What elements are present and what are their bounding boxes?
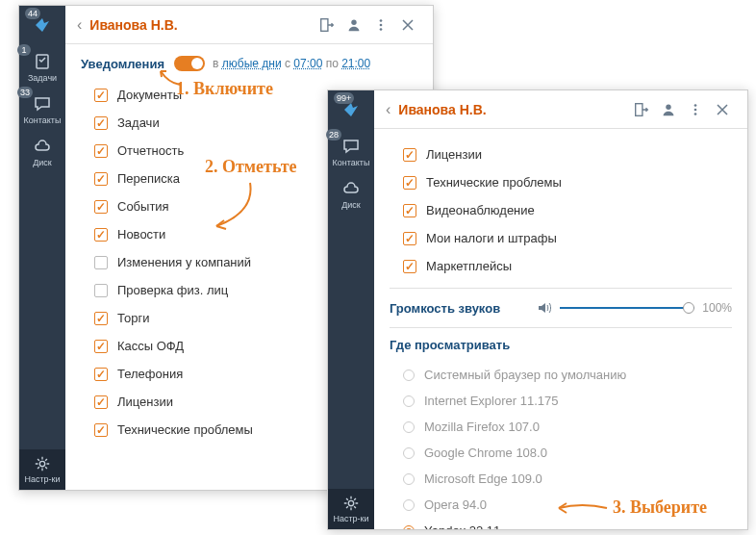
radio[interactable]: [403, 369, 415, 381]
checkbox[interactable]: [94, 172, 108, 186]
browser-option[interactable]: Системный браузер по умолчанию: [390, 362, 732, 388]
page-title: Иванова Н.В.: [89, 17, 314, 33]
browser-title: Где просматривать: [390, 338, 732, 352]
browser-option[interactable]: Microsoft Edge 109.0: [390, 466, 732, 492]
more-button[interactable]: [682, 96, 709, 123]
sidebar-item-settings[interactable]: Настр-ки: [328, 489, 374, 529]
checkbox[interactable]: [403, 232, 416, 245]
check-item[interactable]: Лицензии: [390, 140, 732, 168]
schedule-text: в любые дни с 07:00 по 21:00: [213, 57, 370, 70]
check-item[interactable]: Мои налоги и штрафы: [390, 224, 732, 252]
back-button[interactable]: ‹: [386, 101, 391, 118]
speaker-icon: [537, 300, 552, 316]
sidebar-item-contacts[interactable]: 28Контакты: [328, 131, 374, 173]
radio[interactable]: [403, 395, 415, 407]
sidebar-item-label: Диск: [33, 158, 52, 167]
sidebar-item-contacts[interactable]: 33Контакты: [19, 89, 65, 131]
checkbox[interactable]: [94, 256, 108, 269]
svg-point-1: [39, 461, 44, 466]
checkbox[interactable]: [403, 176, 416, 190]
radio[interactable]: [403, 447, 415, 459]
time-to-link[interactable]: 21:00: [341, 57, 370, 70]
logo-badge: 99+: [334, 92, 354, 104]
checkbox[interactable]: [94, 395, 108, 409]
checkbox[interactable]: [94, 340, 108, 353]
any-days-link[interactable]: любые дни: [222, 57, 282, 70]
tasks-icon: [33, 52, 52, 71]
close-button[interactable]: [709, 96, 736, 123]
browser-option[interactable]: Opera 94.0: [390, 492, 732, 518]
sidebar-item-disk[interactable]: Диск: [19, 131, 65, 173]
svg-point-12: [694, 113, 697, 115]
radio[interactable]: [403, 525, 415, 530]
cloud-icon: [33, 137, 52, 156]
check-label: Отчетность: [117, 143, 184, 158]
notifications-row: Уведомления в любые дни с 07:00 по 21:00: [81, 56, 417, 71]
badge: 1: [17, 44, 31, 56]
check-label: Изменения у компаний: [117, 255, 251, 269]
checkbox[interactable]: [94, 423, 108, 437]
check-item[interactable]: Маркетплейсы: [390, 252, 732, 280]
user-button[interactable]: [340, 12, 367, 38]
radio[interactable]: [403, 421, 415, 433]
browser-label: Системный браузер по умолчанию: [424, 368, 626, 382]
notifications-toggle[interactable]: [174, 56, 205, 71]
browser-label: Opera 94.0: [424, 497, 487, 512]
logout-button[interactable]: [628, 96, 655, 123]
gear-icon: [34, 455, 51, 472]
svg-rect-2: [321, 18, 328, 31]
logout-button[interactable]: [314, 12, 340, 38]
more-button[interactable]: [367, 12, 394, 38]
checkbox[interactable]: [94, 116, 108, 130]
checkbox[interactable]: [94, 144, 108, 158]
settings-window-2: 99+ 28КонтактыДиск Настр-ки ‹ Иванова Н.…: [327, 89, 748, 530]
browser-option[interactable]: Internet Explorer 11.175: [390, 388, 732, 414]
browser-option[interactable]: Mozilla Firefox 107.0: [390, 414, 732, 440]
browser-list: Системный браузер по умолчаниюInternet E…: [390, 362, 732, 529]
checkbox[interactable]: [94, 312, 108, 325]
browser-option[interactable]: Yandex 22.11: [390, 518, 732, 529]
checkbox[interactable]: [403, 260, 416, 273]
check-label: Мои налоги и штрафы: [426, 231, 557, 245]
slider-thumb[interactable]: [683, 302, 694, 314]
check-label: Переписка: [117, 171, 180, 186]
sidebar: 99+ 28КонтактыДиск Настр-ки: [328, 90, 374, 529]
checkbox[interactable]: [94, 368, 108, 381]
check-label: Проверка физ. лиц: [117, 283, 228, 297]
check-item[interactable]: Видеонаблюдение: [390, 196, 732, 224]
checkbox[interactable]: [94, 228, 108, 242]
sidebar-item-settings[interactable]: Настр-ки: [19, 449, 65, 490]
sidebar-item-disk[interactable]: Диск: [328, 173, 374, 216]
checkbox[interactable]: [403, 148, 416, 162]
check-item[interactable]: Технические проблемы: [390, 168, 732, 196]
sidebar-item-tasks[interactable]: 1Задачи: [19, 46, 65, 89]
radio[interactable]: [403, 473, 415, 485]
check-label: Торги: [117, 311, 149, 325]
volume-slider[interactable]: [560, 307, 694, 309]
radio[interactable]: [403, 499, 415, 511]
svg-point-4: [380, 19, 383, 22]
browser-label: Internet Explorer 11.175: [424, 394, 558, 408]
checkbox[interactable]: [94, 284, 108, 297]
checkbox[interactable]: [94, 89, 108, 102]
door-exit-icon: [633, 101, 650, 118]
cloud-icon: [341, 179, 361, 198]
close-button[interactable]: [394, 12, 421, 38]
user-button[interactable]: [655, 96, 682, 123]
app-logo[interactable]: 44: [27, 10, 58, 40]
checkbox[interactable]: [403, 204, 416, 217]
back-button[interactable]: ‹: [77, 16, 82, 34]
svg-point-6: [380, 28, 383, 31]
dots-vertical-icon: [687, 101, 704, 118]
check-label: Лицензии: [117, 395, 173, 409]
check-label: Технические проблемы: [426, 175, 562, 190]
door-exit-icon: [318, 16, 336, 34]
volume-title: Громкость звуков: [390, 301, 527, 316]
sidebar-item-label: Контакты: [24, 115, 62, 125]
time-from-link[interactable]: 07:00: [293, 57, 322, 70]
checkbox[interactable]: [94, 200, 108, 214]
chat-icon: [341, 137, 361, 156]
gear-icon: [342, 495, 360, 512]
browser-option[interactable]: Google Chrome 108.0: [390, 440, 732, 466]
app-logo[interactable]: 99+: [336, 94, 366, 125]
